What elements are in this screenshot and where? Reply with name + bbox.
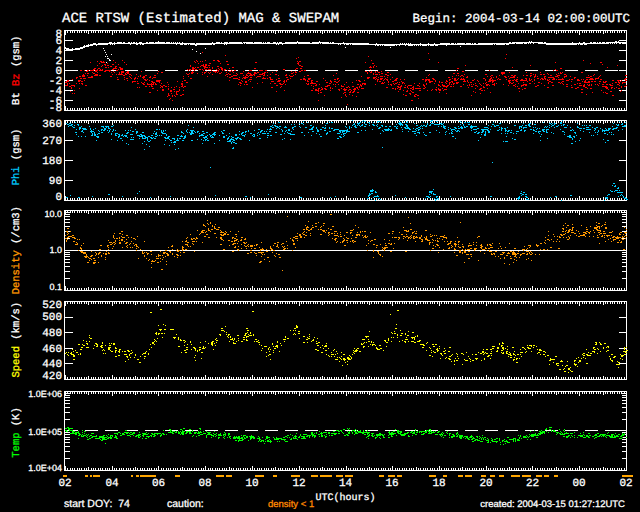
svg-text:Speed (km/s): Speed (km/s) (11, 302, 23, 378)
svg-text:Begin: 2004-03-14 02:00:00UTC: Begin: 2004-03-14 02:00:00UTC (412, 12, 630, 26)
svg-text:00: 00 (572, 478, 585, 490)
svg-text:10: 10 (245, 478, 258, 490)
svg-text:density < 1: density < 1 (268, 499, 314, 510)
svg-text:1.0E+04: 1.0E+04 (28, 463, 62, 473)
svg-text:420: 420 (42, 371, 62, 383)
svg-text:Temp (K): Temp (K) (11, 407, 23, 457)
svg-text:360: 360 (42, 119, 62, 131)
svg-text:UTC(hours): UTC(hours) (315, 492, 375, 504)
svg-text:90: 90 (49, 176, 62, 188)
svg-text:1.0E+06: 1.0E+06 (28, 389, 62, 399)
svg-text:460: 460 (42, 344, 62, 356)
svg-text:Bt Bz (gsm): Bt Bz (gsm) (11, 36, 23, 105)
svg-text:16: 16 (385, 478, 398, 490)
svg-text:180: 180 (42, 156, 62, 168)
svg-text:270: 270 (42, 136, 62, 148)
svg-text:14: 14 (339, 478, 353, 490)
svg-text:caution:: caution: (167, 498, 204, 510)
svg-text:0: 0 (55, 192, 62, 204)
svg-text:0.1: 0.1 (49, 282, 62, 292)
svg-text:02: 02 (58, 478, 71, 490)
svg-text:440: 440 (42, 359, 62, 371)
svg-text:06: 06 (152, 478, 165, 490)
svg-text:12: 12 (292, 478, 305, 490)
svg-text:-8: -8 (49, 103, 62, 115)
svg-text:10.0: 10.0 (44, 209, 62, 219)
svg-text:ACE RTSW (Estimated) MAG & SWE: ACE RTSW (Estimated) MAG & SWEPAM (62, 11, 339, 27)
svg-text:1.0E+05: 1.0E+05 (28, 427, 62, 437)
svg-text:Phi (gsm): Phi (gsm) (11, 129, 23, 186)
svg-text:500: 500 (42, 312, 62, 324)
svg-text:start DOY: 74: start DOY: 74 (64, 498, 130, 510)
svg-text:480: 480 (42, 328, 62, 340)
svg-text:02: 02 (619, 478, 632, 490)
svg-text:520: 520 (42, 300, 62, 312)
svg-text:18: 18 (432, 478, 445, 490)
svg-text:1.0: 1.0 (49, 245, 62, 255)
svg-text:20: 20 (479, 478, 492, 490)
svg-text:22: 22 (526, 478, 539, 490)
svg-text:created: 2004-03-15 01:27:12UT: created: 2004-03-15 01:27:12UTC (480, 499, 625, 510)
svg-text:Density (/cm3): Density (/cm3) (11, 206, 23, 294)
svg-text:04: 04 (105, 478, 119, 490)
svg-text:08: 08 (198, 478, 211, 490)
